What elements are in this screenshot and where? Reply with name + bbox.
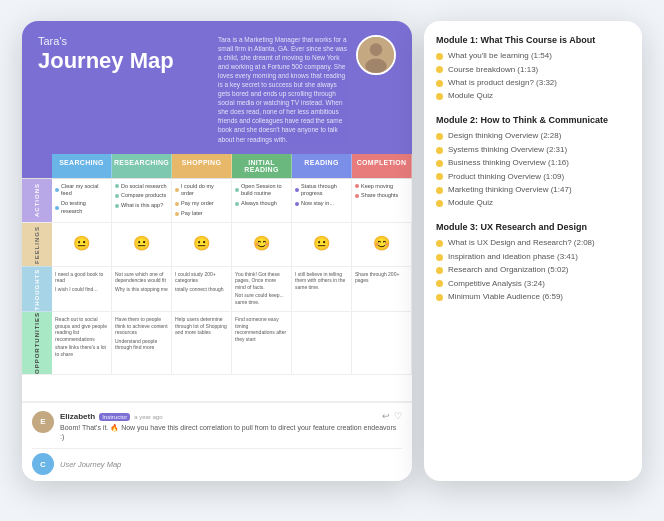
thought-cell-2: Not sure which one of dependencies would… xyxy=(112,267,172,312)
module-item-text: What you'll be learning (1:54) xyxy=(448,51,552,61)
module-3-item-2[interactable]: Inspiration and ideation phase (3:41) xyxy=(436,252,630,262)
module-3-title: Module 3: UX Research and Design xyxy=(436,222,630,234)
journey-header: Tara's Journey Map Tara is a Marketing M… xyxy=(22,21,412,154)
module-item-text: Research and Organization (5:02) xyxy=(448,265,569,275)
module-item-text: What is UX Design and Research? (2:08) xyxy=(448,238,595,248)
module-2-item-4[interactable]: Product thinking Overview (1:09) xyxy=(436,172,630,182)
dot xyxy=(175,212,179,216)
feeling-cell-2: 😐 xyxy=(112,223,172,266)
module-3-item-4[interactable]: Competitive Analysis (3:24) xyxy=(436,279,630,289)
module-2-item-5[interactable]: Marketing thinking Overview (1:47) xyxy=(436,185,630,195)
avatar xyxy=(356,35,396,75)
phase-initial-reading: INITIAL READING xyxy=(232,154,292,178)
feeling-cell-3: 😐 xyxy=(172,223,232,266)
dot xyxy=(115,194,119,198)
module-item-text: Systems thinking Overview (2:31) xyxy=(448,145,567,155)
action-cell-2: Do social research Compare products What… xyxy=(112,179,172,222)
opportunity-cell-3: Help users determine through lot of Shop… xyxy=(172,312,232,374)
persona-blurb: Tara is a Marketing Manager that works f… xyxy=(218,35,348,144)
phases-bar: SEARCHING RESEARCHING SHOPPING INITIAL R… xyxy=(22,154,412,179)
emoji: 😊 xyxy=(253,234,270,254)
phase-shopping: SHOPPING xyxy=(172,154,232,178)
feeling-cell-5: 😐 xyxy=(292,223,352,266)
action-cell-4: Open Session to build routine Always tho… xyxy=(232,179,292,222)
module-1-item-2[interactable]: Course breakdown (1:13) xyxy=(436,65,630,75)
comment-author: Elizabeth xyxy=(60,412,95,421)
feelings-label: FEELINGS xyxy=(22,223,52,266)
actions-row: ACTIONS Clear my social feed Do testing … xyxy=(22,179,412,223)
thought-cell-4: You think! Got these pages, Once more mi… xyxy=(232,267,292,312)
emoji: 😐 xyxy=(313,234,330,254)
opportunities-cells: Reach out to social groups and give peop… xyxy=(52,312,412,374)
module-dot xyxy=(436,240,443,247)
module-2-title: Module 2: How to Think & Communicate xyxy=(436,115,630,127)
module-1-item-4[interactable]: Module Quiz xyxy=(436,91,630,101)
module-item-text: Marketing thinking Overview (1:47) xyxy=(448,185,572,195)
svg-point-2 xyxy=(365,58,387,72)
thoughts-row: THOUGHTS I need a good book to read I wi… xyxy=(22,267,412,313)
dot xyxy=(115,204,119,208)
module-3-item-5[interactable]: Minimum Viable Audience (6:59) xyxy=(436,292,630,302)
module-dot xyxy=(436,66,443,73)
opportunity-cell-1: Reach out to social groups and give peop… xyxy=(52,312,112,374)
module-item-text: What is product design? (3:32) xyxy=(448,78,557,88)
feeling-cell-4: 😊 xyxy=(232,223,292,266)
dot xyxy=(235,202,239,206)
feeling-cell-1: 😐 xyxy=(52,223,112,266)
comments-section: E Elizabeth Instructor a year ago ↩ ♡ Bo… xyxy=(22,401,412,481)
taras-label: Tara's xyxy=(38,35,174,47)
opportunity-cell-4: Find someone easy timing recommendations… xyxy=(232,312,292,374)
module-dot xyxy=(436,53,443,60)
dot xyxy=(55,188,59,192)
header-left: Tara's Journey Map xyxy=(38,35,174,73)
page-title: Journey Map xyxy=(38,49,174,73)
module-item-text: Module Quiz xyxy=(448,198,493,208)
module-dot xyxy=(436,280,443,287)
dot xyxy=(175,202,179,206)
reply-icon[interactable]: ↩ xyxy=(382,411,390,421)
like-icon[interactable]: ♡ xyxy=(394,411,402,421)
module-2-item-2[interactable]: Systems thinking Overview (2:31) xyxy=(436,145,630,155)
module-2-item-1[interactable]: Design thinking Overview (2:28) xyxy=(436,131,630,141)
module-1: Module 1: What This Course is About What… xyxy=(436,35,630,105)
comment-body-1: Elizabeth Instructor a year ago ↩ ♡ Boom… xyxy=(60,411,402,443)
action-cell-6: Keep moving Share thoughts xyxy=(352,179,412,222)
phase-spacer xyxy=(22,154,52,178)
comment-avatar-cuong: C xyxy=(32,453,54,475)
feeling-cell-6: 😊 xyxy=(352,223,412,266)
opportunity-cell-5 xyxy=(292,312,352,374)
dot xyxy=(295,188,299,192)
phase-researching: RESEARCHING xyxy=(112,154,172,178)
dot xyxy=(55,206,59,210)
opportunity-cell-6 xyxy=(352,312,412,374)
module-1-item-1[interactable]: What you'll be learning (1:54) xyxy=(436,51,630,61)
module-3-item-1[interactable]: What is UX Design and Research? (2:08) xyxy=(436,238,630,248)
module-2-item-6[interactable]: Module Quiz xyxy=(436,198,630,208)
dot xyxy=(115,184,119,188)
dot xyxy=(235,188,239,192)
thoughts-cells: I need a good book to read I wish I coul… xyxy=(52,267,412,312)
module-dot xyxy=(436,147,443,154)
dot xyxy=(295,202,299,206)
module-3-item-3[interactable]: Research and Organization (5:02) xyxy=(436,265,630,275)
module-1-item-3[interactable]: What is product design? (3:32) xyxy=(436,78,630,88)
emoji: 😐 xyxy=(133,234,150,254)
module-item-text: Business thinking Overview (1:16) xyxy=(448,158,569,168)
module-dot xyxy=(436,187,443,194)
thought-cell-1: I need a good book to read I wish I coul… xyxy=(52,267,112,312)
svg-point-1 xyxy=(370,43,383,56)
comment-subtitle: User Journey Map xyxy=(60,460,121,469)
module-dot xyxy=(436,160,443,167)
module-2-item-3[interactable]: Business thinking Overview (1:16) xyxy=(436,158,630,168)
comment-2: C User Journey Map xyxy=(32,448,402,475)
phases-list: SEARCHING RESEARCHING SHOPPING INITIAL R… xyxy=(52,154,412,178)
thoughts-label: THOUGHTS xyxy=(22,267,52,312)
feelings-cells: 😐 😐 😐 😊 😐 😊 xyxy=(52,223,412,266)
action-cell-3: I could do my order Pay my order Pay lat… xyxy=(172,179,232,222)
comment-avatar-elizabeth: E xyxy=(32,411,54,433)
module-item-text: Competitive Analysis (3:24) xyxy=(448,279,545,289)
dot xyxy=(175,188,179,192)
comment-text: Boom! That's it. 🔥 Now you have this dir… xyxy=(60,423,402,443)
module-item-text: Module Quiz xyxy=(448,91,493,101)
opportunities-row: OPPORTUNITIES Reach out to social groups… xyxy=(22,312,412,375)
